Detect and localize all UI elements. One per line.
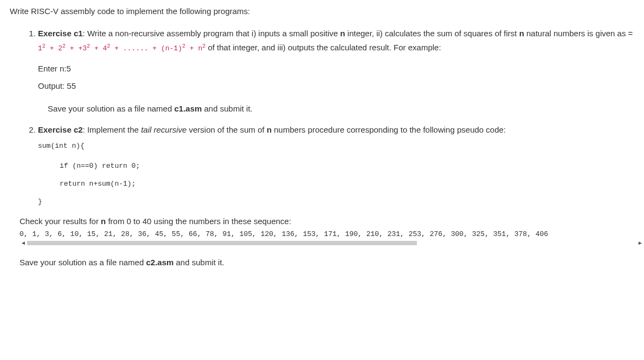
- formula: 12 + 22 + +32 + 42 + ...... + (n-1)2 + n…: [38, 44, 205, 53]
- ex1-desc-c: natural numbers is given as =: [524, 29, 633, 38]
- code-l4: }: [38, 198, 634, 206]
- sequence-numbers: 0, 1, 3, 6, 10, 15, 21, 28, 36, 45, 55, …: [20, 230, 644, 238]
- ex1-n2: n: [519, 29, 524, 38]
- ex2-save: Save your solution as a file named c2.as…: [20, 258, 634, 267]
- ex2-tail: tail recursive: [141, 125, 186, 134]
- check-text: Check your results for n from 0 to 40 us…: [20, 217, 634, 226]
- scroll-thumb[interactable]: [27, 241, 417, 245]
- scroll-track[interactable]: [27, 241, 636, 245]
- ex2-desc-c: numbers procedure corresponding to the f…: [272, 125, 506, 134]
- ex2-title: Exercise c2: [38, 125, 83, 134]
- ex1-desc-a: : Write a non-recursive assembly program…: [83, 29, 340, 38]
- ex2-filename: c2.asm: [146, 258, 173, 267]
- scroll-left-icon[interactable]: ◄: [20, 240, 27, 246]
- ex1-title: Exercise c1: [38, 29, 83, 38]
- ex1-output: Output: 55: [38, 80, 634, 93]
- ex1-filename: c1.asm: [174, 104, 202, 113]
- intro-text: Write RISC-V assembly code to implement …: [10, 6, 634, 16]
- exercise-1: Exercise c1: Write a non-recursive assem…: [38, 27, 634, 93]
- ex2-desc-a: : Implement the: [83, 125, 141, 134]
- horizontal-scrollbar[interactable]: ◄ ►: [20, 239, 644, 247]
- ex2-n: n: [267, 125, 272, 134]
- exercise-2: Exercise c2: Implement the tail recursiv…: [38, 123, 634, 206]
- ex1-enter: Enter n:5: [38, 62, 634, 75]
- code-l1: sum(int n){: [38, 141, 634, 152]
- code-l3: return n+sum(n-1);: [60, 180, 634, 188]
- ex2-desc-b: version of the sum of: [186, 125, 267, 134]
- ex1-n1: n: [340, 29, 345, 38]
- ex1-save: Save your solution as a file named c1.as…: [48, 102, 634, 115]
- code-l2: if (n==0) return 0;: [60, 162, 634, 170]
- ex1-desc-d: of that integer, and iii) outputs the ca…: [205, 43, 441, 52]
- ex1-desc-b: integer, ii) calculates the sum of squar…: [345, 29, 519, 38]
- scroll-right-icon[interactable]: ►: [636, 240, 644, 246]
